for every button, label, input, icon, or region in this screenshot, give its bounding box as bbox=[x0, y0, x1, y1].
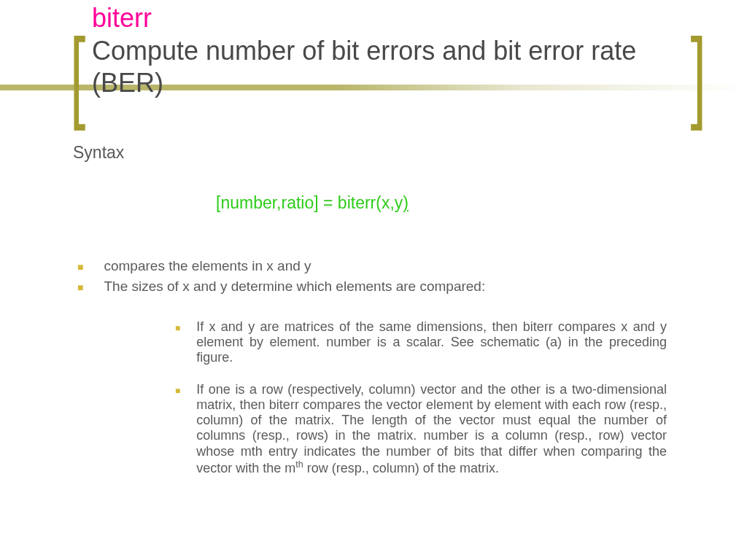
list-item: ■ The sizes of x and y determine which e… bbox=[73, 279, 674, 295]
syntax-code: [number,ratio] = biterr(x,y) bbox=[73, 163, 674, 213]
bracket-left-decor: [ bbox=[70, 23, 85, 125]
syntax-label: Syntax bbox=[73, 143, 674, 163]
bullet-list: ■ compares the elements in x and y ■ The… bbox=[73, 213, 674, 476]
syntax-code-close: ) bbox=[403, 193, 409, 212]
syntax-code-main: [number,ratio] = biterr(x,y bbox=[216, 193, 403, 212]
slide-content: Syntax [number,ratio] = biterr(x,y) ■ co… bbox=[73, 143, 674, 492]
bullet-icon: ■ bbox=[77, 281, 83, 293]
sub-list-item-text: If one is a row (respectively, column) v… bbox=[196, 382, 667, 476]
slide-subtitle: Compute number of bit errors and bit err… bbox=[69, 34, 703, 99]
list-item: ■ compares the elements in x and y bbox=[73, 258, 674, 274]
list-item-text: compares the elements in x and y bbox=[104, 258, 311, 274]
bracket-right-decor: ] bbox=[691, 23, 706, 125]
sub-list-item: ■ If x and y are matrices of the same di… bbox=[175, 319, 667, 366]
sub-list-item: ■ If one is a row (respectively, column)… bbox=[175, 382, 667, 476]
bullet-icon: ■ bbox=[77, 261, 83, 273]
bullet-icon: ■ bbox=[175, 323, 180, 333]
slide-header: biterr Compute number of bit errors and … bbox=[69, 0, 703, 99]
sub-bullet-list: ■ If x and y are matrices of the same di… bbox=[73, 299, 674, 476]
list-item-text: The sizes of x and y determine which ele… bbox=[104, 279, 485, 295]
function-name: biterr bbox=[69, 0, 703, 34]
sub-list-item-text: If x and y are matrices of the same dime… bbox=[196, 319, 667, 366]
bullet-icon: ■ bbox=[175, 386, 180, 396]
